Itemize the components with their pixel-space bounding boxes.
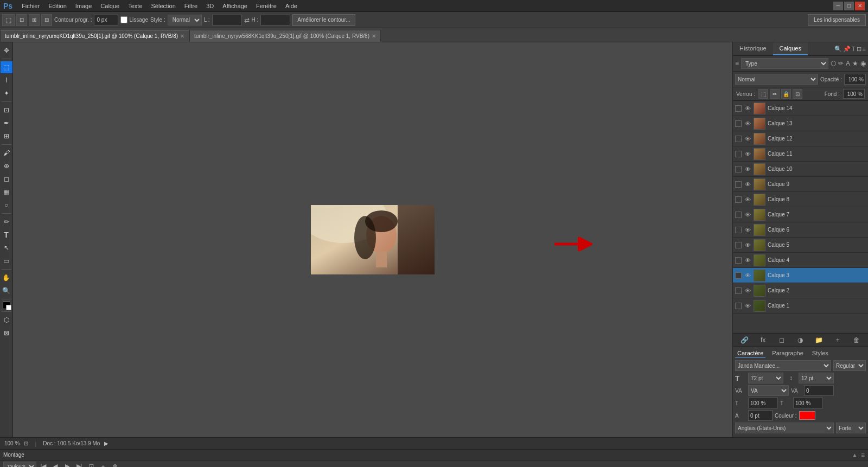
menu-selection[interactable]: Sélection: [148, 2, 180, 10]
marquee-tool[interactable]: ⬚: [1, 61, 12, 73]
canvas-area[interactable]: [13, 42, 732, 437]
lock-all-btn[interactable]: 🔒: [781, 89, 791, 99]
magic-wand-tool[interactable]: ✦: [1, 87, 12, 99]
screen-mode-tool[interactable]: ⊠: [1, 327, 12, 339]
kern-value[interactable]: [804, 385, 834, 396]
layer-checkbox[interactable]: [735, 105, 742, 112]
contour-input[interactable]: [94, 15, 118, 25]
char-tab-character[interactable]: Caractère: [735, 349, 765, 358]
lang-select[interactable]: Anglais (États-Unis): [735, 423, 834, 433]
scale-h-input[interactable]: [748, 398, 778, 408]
ruler-tool[interactable]: ⊞: [1, 130, 12, 142]
restore-button[interactable]: □: [844, 2, 854, 10]
layer-visibility-icon[interactable]: 👁: [744, 196, 751, 203]
layer-item[interactable]: 👁 Calque 6: [733, 222, 868, 238]
layer-item[interactable]: 👁 Calque 7: [733, 207, 868, 222]
layer-visibility-icon[interactable]: 👁: [744, 120, 751, 127]
shape-tool[interactable]: ▭: [1, 255, 12, 267]
layers-filter-btn3[interactable]: A: [846, 60, 850, 67]
layer-checkbox[interactable]: [735, 120, 742, 127]
menu-filtre[interactable]: Filtre: [181, 2, 201, 10]
panel-search-icon[interactable]: 🔍: [834, 46, 842, 53]
style-select[interactable]: Normal: [168, 15, 202, 25]
tracking-type-select[interactable]: VA: [748, 385, 789, 396]
anim-play-btn[interactable]: ▶: [62, 462, 72, 468]
layer-visibility-icon[interactable]: 👁: [744, 135, 751, 143]
layer-adjust-btn[interactable]: ◑: [795, 335, 806, 346]
layer-group-btn[interactable]: 📁: [814, 335, 825, 346]
layer-visibility-icon[interactable]: 👁: [744, 105, 751, 112]
anim-next-frame-btn[interactable]: ▶|: [74, 462, 84, 468]
char-tab-styles[interactable]: Styles: [810, 349, 831, 358]
layers-filter-btn4[interactable]: ★: [852, 60, 858, 67]
layer-visibility-icon[interactable]: 👁: [744, 272, 751, 279]
hand-tool[interactable]: ✋: [1, 272, 12, 284]
layer-checkbox[interactable]: [735, 212, 742, 218]
delete-layer-btn[interactable]: 🗑: [851, 335, 862, 346]
zoom-tool[interactable]: 🔍: [1, 285, 12, 297]
selection-tool-btn[interactable]: ⬚: [2, 14, 15, 26]
close-button[interactable]: ✕: [855, 2, 865, 10]
layer-item[interactable]: 👁 Calque 2: [733, 283, 868, 298]
lock-pixels-btn[interactable]: ⬚: [758, 89, 768, 99]
improve-contour-button[interactable]: Améliorer le contour...: [292, 14, 355, 26]
layer-checkbox[interactable]: [735, 136, 742, 142]
scale-v-input[interactable]: [793, 398, 823, 408]
panel-resize-icon[interactable]: ⊡: [857, 46, 861, 53]
lock-artboard-btn[interactable]: ⊡: [793, 89, 802, 99]
layer-visibility-icon[interactable]: 👁: [744, 165, 751, 173]
menu-fenetre[interactable]: Fenêtre: [252, 2, 280, 10]
layers-content[interactable]: 👁 Calque 14 👁 Calque 13 👁 Calque 12 👁 Ca…: [733, 101, 868, 333]
pen-tool[interactable]: ✏: [1, 216, 12, 228]
intersect-btn[interactable]: ⊞: [29, 14, 40, 26]
layers-type-filter[interactable]: Type: [741, 58, 828, 69]
anim-tween-btn[interactable]: ⊡: [86, 462, 96, 468]
layer-checkbox[interactable]: [735, 227, 742, 233]
baseline-input[interactable]: [748, 410, 773, 421]
layer-visibility-icon[interactable]: 👁: [744, 211, 751, 219]
menu-image[interactable]: Image: [72, 2, 96, 10]
essentials-button[interactable]: Les indispensables: [808, 14, 866, 26]
opacity-input[interactable]: [844, 74, 866, 85]
layer-visibility-icon[interactable]: 👁: [744, 287, 751, 295]
sharp-select[interactable]: Forte: [836, 423, 866, 433]
layer-visibility-icon[interactable]: 👁: [744, 226, 751, 234]
menu-edition[interactable]: Edition: [44, 2, 71, 10]
layer-item[interactable]: 👁 Calque 8: [733, 192, 868, 207]
anim-first-frame-btn[interactable]: |◀: [39, 462, 48, 468]
color-swatch[interactable]: [799, 411, 815, 420]
layers-filter-btn2[interactable]: ✏: [838, 60, 844, 67]
fill-input[interactable]: [843, 89, 865, 99]
panel-menu-icon[interactable]: ≡: [863, 46, 866, 52]
tab-2-close[interactable]: ✕: [372, 33, 376, 39]
loop-select[interactable]: Toujours: [3, 462, 36, 468]
minimize-button[interactable]: ─: [833, 2, 843, 10]
layer-visibility-icon[interactable]: 👁: [744, 241, 751, 249]
dodge-tool[interactable]: ○: [1, 199, 12, 211]
tab-1-close[interactable]: ✕: [180, 33, 184, 39]
type-tool[interactable]: T: [1, 229, 12, 241]
foreground-color[interactable]: [3, 302, 10, 309]
layer-mask-btn[interactable]: ◻: [776, 335, 787, 346]
subtract-btn[interactable]: ⊟: [41, 14, 52, 26]
feather-btn[interactable]: ⊡: [16, 14, 27, 26]
layer-checkbox[interactable]: [735, 151, 742, 157]
h-input[interactable]: [260, 15, 290, 25]
layers-tab[interactable]: Calques: [773, 42, 808, 55]
new-layer-btn[interactable]: +: [832, 335, 843, 346]
layer-mode-select[interactable]: Normal: [735, 74, 818, 85]
eraser-tool[interactable]: ◻: [1, 173, 12, 185]
layer-checkbox[interactable]: [735, 242, 742, 248]
layer-item[interactable]: 👁 Calque 14: [733, 101, 868, 116]
tab-2[interactable]: tumblr_inline_nyryw568KK1qlt39u_250[1].g…: [189, 30, 381, 42]
layer-checkbox[interactable]: [735, 181, 742, 188]
layer-checkbox[interactable]: [735, 257, 742, 264]
animation-menu-icon[interactable]: ≡: [861, 451, 865, 459]
brush-tool[interactable]: 🖌: [1, 147, 12, 159]
layer-item[interactable]: 👁 Calque 11: [733, 146, 868, 162]
menu-aide[interactable]: Aide: [282, 2, 301, 10]
panel-type-icon[interactable]: T: [852, 46, 856, 52]
font-style-select[interactable]: Regular: [833, 360, 866, 371]
eyedropper-tool[interactable]: ✒: [1, 117, 12, 129]
layer-checkbox[interactable]: [735, 303, 742, 309]
